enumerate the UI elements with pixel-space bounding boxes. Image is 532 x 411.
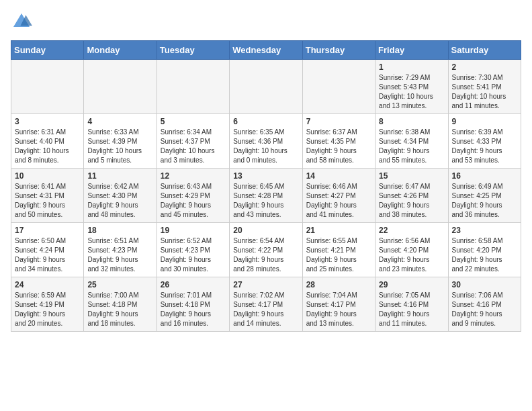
calendar-cell xyxy=(157,60,229,114)
day-info: Sunrise: 7:05 AM Sunset: 4:16 PM Dayligh… xyxy=(379,291,444,328)
calendar-cell: 23Sunrise: 6:58 AM Sunset: 4:20 PM Dayli… xyxy=(448,223,521,277)
day-info: Sunrise: 7:01 AM Sunset: 4:18 PM Dayligh… xyxy=(161,291,226,328)
day-info: Sunrise: 6:35 AM Sunset: 4:36 PM Dayligh… xyxy=(233,128,298,165)
calendar-cell: 15Sunrise: 6:47 AM Sunset: 4:26 PM Dayli… xyxy=(375,169,448,223)
header-thursday: Thursday xyxy=(302,41,375,60)
calendar-week-3: 17Sunrise: 6:50 AM Sunset: 4:24 PM Dayli… xyxy=(11,223,521,277)
logo xyxy=(11,11,35,32)
day-number: 14 xyxy=(306,171,371,181)
calendar-week-0: 1Sunrise: 7:29 AM Sunset: 5:43 PM Daylig… xyxy=(11,60,521,114)
calendar-cell: 1Sunrise: 7:29 AM Sunset: 5:43 PM Daylig… xyxy=(375,60,448,114)
calendar-cell xyxy=(302,60,375,114)
day-info: Sunrise: 6:37 AM Sunset: 4:35 PM Dayligh… xyxy=(306,128,371,165)
day-number: 5 xyxy=(161,117,226,126)
day-number: 11 xyxy=(87,171,152,181)
day-info: Sunrise: 6:49 AM Sunset: 4:25 PM Dayligh… xyxy=(452,182,517,220)
day-number: 1 xyxy=(379,62,444,72)
day-info: Sunrise: 6:50 AM Sunset: 4:24 PM Dayligh… xyxy=(15,236,80,274)
day-number: 24 xyxy=(15,280,80,289)
day-number: 20 xyxy=(233,226,298,235)
day-info: Sunrise: 6:45 AM Sunset: 4:28 PM Dayligh… xyxy=(233,182,298,220)
day-info: Sunrise: 6:58 AM Sunset: 4:20 PM Dayligh… xyxy=(452,236,517,274)
day-number: 26 xyxy=(161,280,226,289)
day-info: Sunrise: 6:46 AM Sunset: 4:27 PM Dayligh… xyxy=(306,182,371,220)
calendar-cell xyxy=(84,60,157,114)
calendar-cell: 27Sunrise: 7:02 AM Sunset: 4:17 PM Dayli… xyxy=(230,277,302,332)
header-sunday: Sunday xyxy=(11,41,84,60)
day-number: 28 xyxy=(306,280,371,289)
day-info: Sunrise: 7:00 AM Sunset: 4:18 PM Dayligh… xyxy=(87,291,152,328)
page-header xyxy=(11,11,521,32)
day-number: 10 xyxy=(15,171,80,181)
calendar-header-row: SundayMondayTuesdayWednesdayThursdayFrid… xyxy=(11,41,521,60)
calendar-cell: 16Sunrise: 6:49 AM Sunset: 4:25 PM Dayli… xyxy=(448,169,521,223)
day-number: 25 xyxy=(87,280,152,289)
calendar-cell: 11Sunrise: 6:42 AM Sunset: 4:30 PM Dayli… xyxy=(84,169,157,223)
calendar-cell: 7Sunrise: 6:37 AM Sunset: 4:35 PM Daylig… xyxy=(302,114,375,169)
day-number: 6 xyxy=(233,117,298,126)
calendar-cell: 9Sunrise: 6:39 AM Sunset: 4:33 PM Daylig… xyxy=(448,114,521,169)
calendar-cell: 18Sunrise: 6:51 AM Sunset: 4:23 PM Dayli… xyxy=(84,223,157,277)
calendar-week-1: 3Sunrise: 6:31 AM Sunset: 4:40 PM Daylig… xyxy=(11,114,521,169)
day-info: Sunrise: 6:51 AM Sunset: 4:23 PM Dayligh… xyxy=(87,236,152,274)
calendar-week-2: 10Sunrise: 6:41 AM Sunset: 4:31 PM Dayli… xyxy=(11,169,521,223)
day-info: Sunrise: 7:02 AM Sunset: 4:17 PM Dayligh… xyxy=(233,291,298,328)
day-number: 4 xyxy=(87,117,152,126)
calendar-cell: 2Sunrise: 7:30 AM Sunset: 5:41 PM Daylig… xyxy=(448,60,521,114)
calendar-cell: 3Sunrise: 6:31 AM Sunset: 4:40 PM Daylig… xyxy=(11,114,84,169)
day-number: 2 xyxy=(452,62,517,72)
day-number: 7 xyxy=(306,117,371,126)
day-number: 3 xyxy=(15,117,80,126)
day-number: 15 xyxy=(379,171,444,181)
calendar-cell: 25Sunrise: 7:00 AM Sunset: 4:18 PM Dayli… xyxy=(84,277,157,332)
calendar-cell: 24Sunrise: 6:59 AM Sunset: 4:19 PM Dayli… xyxy=(11,277,84,332)
header-friday: Friday xyxy=(375,41,448,60)
calendar-cell: 29Sunrise: 7:05 AM Sunset: 4:16 PM Dayli… xyxy=(375,277,448,332)
day-number: 18 xyxy=(87,226,152,235)
calendar-cell: 8Sunrise: 6:38 AM Sunset: 4:34 PM Daylig… xyxy=(375,114,448,169)
day-info: Sunrise: 7:29 AM Sunset: 5:43 PM Dayligh… xyxy=(379,73,444,111)
calendar-week-4: 24Sunrise: 6:59 AM Sunset: 4:19 PM Dayli… xyxy=(11,277,521,332)
calendar-cell: 14Sunrise: 6:46 AM Sunset: 4:27 PM Dayli… xyxy=(302,169,375,223)
calendar-cell: 28Sunrise: 7:04 AM Sunset: 4:17 PM Dayli… xyxy=(302,277,375,332)
day-info: Sunrise: 6:34 AM Sunset: 4:37 PM Dayligh… xyxy=(161,128,226,165)
day-info: Sunrise: 6:47 AM Sunset: 4:26 PM Dayligh… xyxy=(379,182,444,220)
day-number: 16 xyxy=(452,171,517,181)
day-number: 19 xyxy=(161,226,226,235)
day-number: 23 xyxy=(452,226,517,235)
day-info: Sunrise: 7:04 AM Sunset: 4:17 PM Dayligh… xyxy=(306,291,371,328)
calendar-cell: 19Sunrise: 6:52 AM Sunset: 4:23 PM Dayli… xyxy=(157,223,229,277)
day-info: Sunrise: 7:06 AM Sunset: 4:16 PM Dayligh… xyxy=(452,291,517,328)
day-info: Sunrise: 6:42 AM Sunset: 4:30 PM Dayligh… xyxy=(87,182,152,220)
day-number: 22 xyxy=(379,226,444,235)
day-info: Sunrise: 6:54 AM Sunset: 4:22 PM Dayligh… xyxy=(233,236,298,274)
calendar-cell: 6Sunrise: 6:35 AM Sunset: 4:36 PM Daylig… xyxy=(230,114,302,169)
day-number: 8 xyxy=(379,117,444,126)
header-saturday: Saturday xyxy=(448,41,521,60)
day-info: Sunrise: 6:31 AM Sunset: 4:40 PM Dayligh… xyxy=(15,128,80,165)
day-number: 30 xyxy=(452,280,517,289)
calendar-cell: 5Sunrise: 6:34 AM Sunset: 4:37 PM Daylig… xyxy=(157,114,229,169)
logo-icon xyxy=(11,11,32,32)
calendar-cell: 12Sunrise: 6:43 AM Sunset: 4:29 PM Dayli… xyxy=(157,169,229,223)
calendar-cell: 13Sunrise: 6:45 AM Sunset: 4:28 PM Dayli… xyxy=(230,169,302,223)
calendar-cell: 21Sunrise: 6:55 AM Sunset: 4:21 PM Dayli… xyxy=(302,223,375,277)
day-info: Sunrise: 6:56 AM Sunset: 4:20 PM Dayligh… xyxy=(379,236,444,274)
calendar-cell: 4Sunrise: 6:33 AM Sunset: 4:39 PM Daylig… xyxy=(84,114,157,169)
day-number: 21 xyxy=(306,226,371,235)
calendar-cell: 10Sunrise: 6:41 AM Sunset: 4:31 PM Dayli… xyxy=(11,169,84,223)
header-monday: Monday xyxy=(84,41,157,60)
calendar-cell: 30Sunrise: 7:06 AM Sunset: 4:16 PM Dayli… xyxy=(448,277,521,332)
calendar-cell xyxy=(11,60,84,114)
day-info: Sunrise: 6:38 AM Sunset: 4:34 PM Dayligh… xyxy=(379,128,444,165)
day-info: Sunrise: 6:41 AM Sunset: 4:31 PM Dayligh… xyxy=(15,182,80,220)
calendar-cell xyxy=(230,60,302,114)
calendar-cell: 26Sunrise: 7:01 AM Sunset: 4:18 PM Dayli… xyxy=(157,277,229,332)
day-number: 17 xyxy=(15,226,80,235)
header-wednesday: Wednesday xyxy=(230,41,302,60)
day-info: Sunrise: 6:55 AM Sunset: 4:21 PM Dayligh… xyxy=(306,236,371,274)
calendar-cell: 22Sunrise: 6:56 AM Sunset: 4:20 PM Dayli… xyxy=(375,223,448,277)
day-number: 13 xyxy=(233,171,298,181)
calendar-cell: 17Sunrise: 6:50 AM Sunset: 4:24 PM Dayli… xyxy=(11,223,84,277)
header-tuesday: Tuesday xyxy=(157,41,229,60)
